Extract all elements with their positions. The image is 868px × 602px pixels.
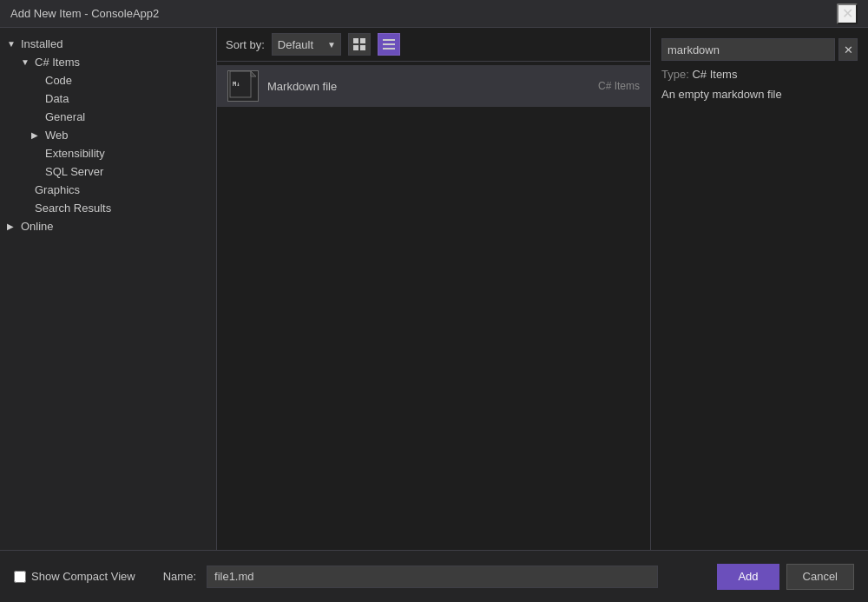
bottom-actions: Add Cancel — [717, 564, 854, 590]
svg-rect-4 — [383, 39, 395, 41]
installed-arrow: ▼ — [7, 39, 17, 49]
cancel-button[interactable]: Cancel — [786, 564, 854, 590]
sidebar-item-general[interactable]: General — [0, 108, 216, 126]
sidebar-item-extensibility[interactable]: Extensibility — [0, 144, 216, 162]
bottom-left-area: Show Compact View — [14, 570, 135, 583]
graphics-arrow — [21, 185, 31, 195]
svg-rect-5 — [383, 43, 395, 45]
list-view-button[interactable] — [378, 33, 400, 56]
sort-dropdown-wrapper: Default Name Type ▼ — [272, 33, 341, 56]
bottom-bar: Show Compact View Name: Add Cancel — [0, 550, 868, 602]
sort-by-label: Sort by: — [226, 38, 265, 51]
extensibility-label: Extensibility — [45, 147, 105, 160]
graphics-label: Graphics — [35, 183, 80, 196]
sql-arrow — [31, 167, 42, 176]
sidebar-item-sql-server[interactable]: SQL Server — [0, 162, 216, 181]
type-label: Type: — [661, 68, 689, 81]
list-item[interactable]: M↓ Markdown file C# Items — [217, 65, 650, 107]
markdown-file-icon: M↓ — [229, 70, 257, 102]
right-panel: ✕ Type: C# Items An empty markdown file — [651, 28, 868, 550]
sidebar-item-csharp-items[interactable]: ▼ C# Items — [0, 53, 216, 71]
search-results-label: Search Results — [35, 202, 111, 215]
sidebar: ▼ Installed ▼ C# Items Code Data G — [0, 28, 217, 550]
svg-rect-6 — [383, 48, 395, 50]
svg-rect-1 — [360, 38, 365, 43]
search-results-arrow — [21, 203, 31, 213]
installed-label: Installed — [21, 37, 62, 50]
online-arrow: ▶ — [7, 222, 17, 231]
data-label: Data — [45, 92, 69, 105]
close-button[interactable]: ✕ — [837, 3, 858, 24]
svg-rect-0 — [353, 38, 358, 43]
title-bar: Add New Item - ConsoleApp2 ✕ — [0, 0, 868, 28]
general-label: General — [45, 110, 85, 123]
name-input[interactable] — [207, 566, 658, 588]
list-icon — [383, 38, 395, 50]
sidebar-item-code[interactable]: Code — [0, 71, 216, 89]
sidebar-item-installed[interactable]: ▼ Installed — [0, 35, 216, 53]
compact-view-label: Show Compact View — [31, 570, 135, 583]
code-label: Code — [45, 74, 72, 87]
svg-rect-3 — [360, 45, 365, 50]
item-icon-markdown: M↓ — [227, 70, 259, 102]
sidebar-section-installed: ▼ Installed ▼ C# Items Code Data G — [0, 35, 216, 217]
main-content: ▼ Installed ▼ C# Items Code Data G — [0, 28, 868, 550]
sidebar-item-graphics[interactable]: Graphics — [0, 181, 216, 199]
csharp-items-label: C# Items — [35, 56, 80, 69]
svg-rect-2 — [353, 45, 358, 50]
web-label: Web — [45, 129, 69, 142]
general-arrow — [31, 112, 42, 122]
toolbar: Sort by: Default Name Type ▼ — [217, 28, 650, 62]
search-clear-button[interactable]: ✕ — [838, 38, 858, 61]
sql-server-label: SQL Server — [45, 165, 103, 178]
item-name-markdown: Markdown file — [267, 80, 589, 93]
sidebar-item-search-results[interactable]: Search Results — [0, 199, 216, 217]
sidebar-item-web[interactable]: ▶ Web — [0, 126, 216, 144]
sort-select[interactable]: Default Name Type — [272, 33, 341, 56]
compact-view-checkbox[interactable] — [14, 571, 26, 583]
web-arrow: ▶ — [31, 130, 42, 140]
sidebar-item-data[interactable]: Data — [0, 89, 216, 108]
ext-arrow — [31, 149, 42, 158]
items-list: M↓ Markdown file C# Items — [217, 62, 650, 550]
detail-description: An empty markdown file — [661, 88, 858, 101]
center-panel: Sort by: Default Name Type ▼ — [217, 28, 651, 550]
item-category-markdown: C# Items — [598, 80, 640, 92]
detail-type: Type: C# Items — [661, 68, 858, 81]
grid-icon — [353, 38, 365, 50]
online-label: Online — [21, 220, 54, 233]
type-value: C# Items — [692, 68, 737, 81]
grid-view-button[interactable] — [348, 33, 371, 56]
search-box-wrapper: ✕ — [661, 38, 858, 61]
svg-text:M↓: M↓ — [233, 81, 240, 88]
dialog-title: Add New Item - ConsoleApp2 — [10, 7, 159, 20]
data-arrow — [31, 94, 42, 103]
search-input[interactable] — [661, 38, 835, 61]
sidebar-item-online[interactable]: ▶ Online — [0, 217, 216, 235]
add-button[interactable]: Add — [717, 564, 779, 590]
csharp-arrow: ▼ — [21, 57, 31, 67]
code-arrow — [31, 76, 42, 85]
name-label: Name: — [163, 570, 196, 583]
